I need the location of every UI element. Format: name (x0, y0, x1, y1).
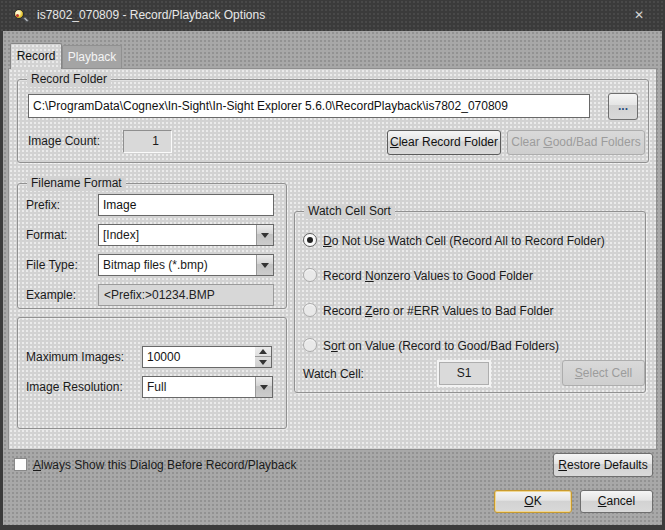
cancel-button[interactable]: Cancel (580, 490, 653, 513)
dialog-body: Record Playback Record Folder ... Image … (3, 31, 662, 525)
always-show-label[interactable]: Always Show this Dialog Before Record/Pl… (33, 454, 296, 476)
image-resolution-dropdown-button[interactable] (255, 377, 272, 397)
radio-dot-icon (307, 237, 313, 243)
image-resolution-value: Full (147, 377, 252, 397)
format-label: Format: (26, 224, 67, 246)
image-resolution-label: Image Resolution: (26, 376, 123, 398)
select-cell-button[interactable]: Select Cell (562, 360, 645, 386)
app-icon (13, 8, 29, 24)
watch-cell-sort-group-label: Watch Cell Sort (304, 204, 395, 219)
record-tab-page: Record Folder ... Image Count: 1 Clear R… (8, 68, 657, 450)
radio-record-zero-bad[interactable] (303, 303, 317, 317)
close-icon: ✕ (634, 8, 644, 22)
example-value: <Prefix:>01234.BMP (98, 284, 274, 306)
watch-cell-sort-group: Watch Cell Sort Do Not Use Watch Cell (R… (294, 211, 646, 393)
clear-goodbad-folders-button[interactable]: Clear Good/Bad Folders (507, 130, 645, 155)
image-count-label: Image Count: (28, 130, 100, 152)
always-show-checkbox[interactable] (14, 458, 27, 471)
tab-playback[interactable]: Playback (62, 45, 122, 69)
file-type-dropdown-button[interactable] (256, 255, 273, 275)
spinner-down-button[interactable] (255, 357, 271, 367)
tab-playback-label: Playback (68, 50, 117, 64)
filename-format-group: Filename Format Prefix: Format: [Index] … (17, 183, 287, 309)
image-limits-group: Maximum Images: Image Resolution: Full (17, 317, 287, 429)
record-folder-path-input[interactable] (28, 94, 590, 118)
example-label: Example: (26, 284, 76, 306)
tab-record[interactable]: Record (10, 43, 62, 69)
format-value: [Index] (103, 225, 253, 245)
chevron-down-icon (259, 360, 267, 365)
browse-folder-button[interactable]: ... (608, 93, 638, 120)
radio-record-nonzero-good-label[interactable]: Record Nonzero Values to Good Folder (323, 265, 533, 287)
restore-defaults-button[interactable]: Restore Defaults (553, 453, 653, 477)
chevron-down-icon (260, 385, 268, 390)
radio-record-nonzero-good[interactable] (303, 268, 317, 282)
watch-cell-label: Watch Cell: (303, 363, 364, 385)
tab-record-label: Record (17, 49, 56, 63)
radio-do-not-use-watch-cell[interactable] (303, 233, 317, 247)
record-folder-group-label: Record Folder (27, 72, 111, 87)
ellipsis-icon: ... (618, 99, 628, 113)
chevron-up-icon (259, 349, 267, 354)
magnifier-handle-icon (23, 16, 29, 22)
image-resolution-select[interactable]: Full (142, 376, 273, 398)
radio-sort-on-value[interactable] (303, 338, 317, 352)
chevron-down-icon (261, 263, 269, 268)
image-count-value: 1 (123, 130, 172, 153)
prefix-input[interactable] (98, 194, 274, 216)
radio-sort-on-value-label[interactable]: Sort on Value (Record to Good/Bad Folder… (323, 335, 559, 357)
clear-record-folder-button[interactable]: Clear Record Folder (387, 130, 501, 155)
file-type-value: Bitmap files (*.bmp) (103, 255, 253, 275)
radio-do-not-use-watch-cell-label[interactable]: Do Not Use Watch Cell (Record All to Rec… (323, 230, 605, 252)
red-dot-icon (16, 14, 19, 17)
close-button[interactable]: ✕ (623, 5, 655, 26)
record-playback-options-dialog: is7802_070809 - Record/Playback Options … (0, 0, 665, 530)
maximum-images-input[interactable] (142, 346, 256, 368)
record-folder-group: Record Folder ... Image Count: 1 Clear R… (17, 79, 649, 163)
maximum-images-stepper[interactable] (255, 346, 272, 368)
title-bar[interactable]: is7802_070809 - Record/Playback Options … (0, 0, 665, 31)
radio-record-zero-bad-label[interactable]: Record Zero or #ERR Values to Bad Folder (323, 300, 554, 322)
file-type-select[interactable]: Bitmap files (*.bmp) (98, 254, 274, 276)
spinner-up-button[interactable] (255, 347, 271, 357)
format-select[interactable]: [Index] (98, 224, 274, 246)
ok-button[interactable]: OK (494, 490, 572, 513)
file-type-label: File Type: (26, 254, 78, 276)
window-title: is7802_070809 - Record/Playback Options (37, 0, 265, 31)
chevron-down-icon (261, 233, 269, 238)
filename-format-group-label: Filename Format (27, 176, 126, 191)
maximum-images-label: Maximum Images: (26, 346, 124, 368)
format-dropdown-button[interactable] (256, 225, 273, 245)
watch-cell-value: S1 (439, 362, 489, 385)
prefix-label: Prefix: (26, 194, 60, 216)
